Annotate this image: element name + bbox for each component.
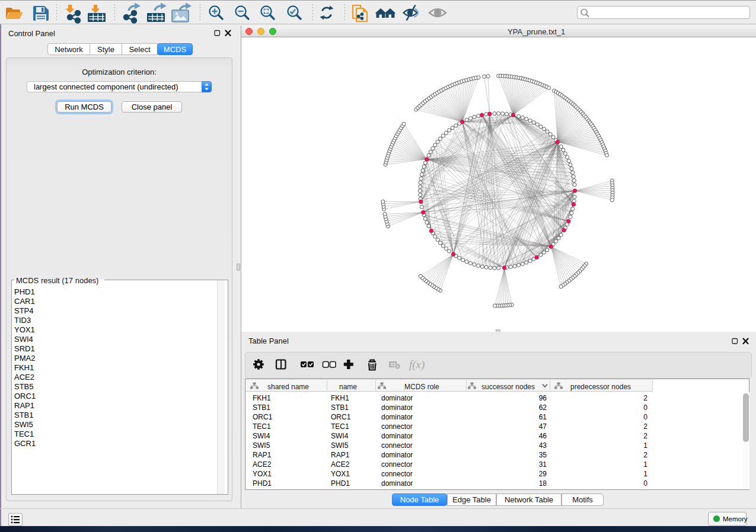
svg-text:f(x): f(x) <box>409 358 425 371</box>
